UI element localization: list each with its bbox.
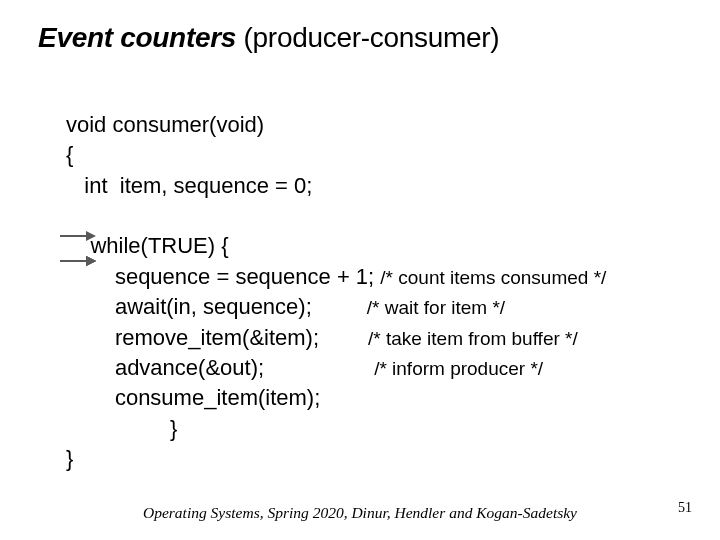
title-sub: (producer-consumer): [236, 22, 499, 53]
code-comment: /* take item from buffer */: [368, 328, 578, 349]
code-comment: /* count items consumed */: [380, 267, 606, 288]
code-line: consume_item(item);: [66, 385, 320, 410]
code-line: }: [66, 416, 177, 441]
slide-title: Event counters (producer-consumer): [38, 22, 499, 54]
code-line: int item, sequence = 0;: [66, 173, 312, 198]
code-line: sequence = sequence + 1;: [66, 264, 380, 289]
code-line: remove_item(&item);: [66, 325, 368, 350]
code-line: }: [66, 446, 73, 471]
slide: Event counters (producer-consumer) void …: [0, 0, 720, 540]
code-comment: /* inform producer */: [374, 358, 543, 379]
code-line: void consumer(void): [66, 112, 264, 137]
code-line: {: [66, 142, 73, 167]
page-number: 51: [678, 500, 692, 516]
code-comment: /* wait for item */: [367, 297, 505, 318]
code-line: await(in, sequence);: [66, 294, 367, 319]
code-block: void consumer(void) { int item, sequence…: [66, 110, 606, 474]
arrow-stack: [60, 232, 96, 257]
footer-text: Operating Systems, Spring 2020, Dinur, H…: [0, 504, 720, 522]
title-main: Event counters: [38, 22, 236, 53]
code-line: advance(&out);: [66, 355, 374, 380]
